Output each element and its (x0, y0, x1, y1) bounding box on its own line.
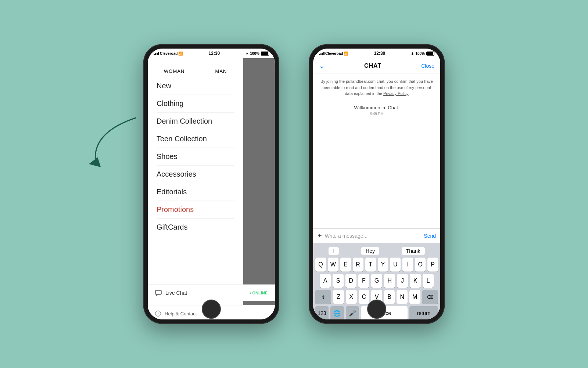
back-button[interactable]: ⌄ (319, 62, 325, 70)
chat-disclaimer: By joining the pullandbear.com chat, you… (313, 74, 440, 101)
message-input[interactable]: Write a message... (325, 233, 421, 239)
close-button[interactable]: Close (421, 63, 434, 69)
key-123[interactable]: 123 (315, 306, 329, 319)
key-x[interactable]: X (346, 290, 357, 304)
phone2-carrier: Cleveroad (325, 52, 343, 56)
phone1-screen-container: Cleveroad 📶 12:30 ∗ 100% (148, 49, 275, 319)
key-g[interactable]: G (371, 274, 382, 288)
key-backspace[interactable]: ⌫ (422, 290, 438, 304)
key-z[interactable]: Z (333, 290, 344, 304)
phone2-device: Cleveroad 📶 12:30 ∗ 100% ⌄ CHAT (309, 44, 445, 324)
phone1-battery-icon (261, 52, 269, 56)
chat-header: ⌄ CHAT Close (313, 58, 440, 74)
phone2-home-button[interactable] (367, 300, 386, 319)
key-m[interactable]: M (409, 290, 420, 304)
key-n[interactable]: N (397, 290, 408, 304)
suggestion-i[interactable]: I (329, 247, 339, 255)
key-f[interactable]: F (358, 274, 369, 288)
menu-item-promotions[interactable]: Promotions (157, 201, 234, 219)
suggestion-thank[interactable]: Thank (402, 247, 425, 255)
live-chat-bar[interactable]: Live Chat • ONLINE (148, 284, 275, 301)
phone2-wifi-icon: 📶 (344, 52, 348, 56)
chat-input-area: + Write a message... Send (313, 228, 440, 243)
info-circle-icon: i (155, 311, 161, 316)
send-button[interactable]: Send (424, 233, 436, 239)
phone1-status-left: Cleveroad 📶 (154, 52, 183, 56)
key-b[interactable]: B (384, 290, 395, 304)
phone2-battery-pct: 100% (415, 52, 425, 56)
tab-man[interactable]: MAN (215, 68, 227, 74)
chat-messages: Willkommen im Chat. 6:49 PM (313, 101, 440, 229)
key-y[interactable]: Y (378, 258, 388, 272)
key-j[interactable]: J (397, 274, 408, 288)
menu-item-shoes[interactable]: Shoes (157, 148, 234, 166)
help-contact-label: Help & Contact (165, 311, 197, 316)
key-q[interactable]: Q (315, 258, 326, 272)
phone2-signal-bars (319, 52, 325, 55)
key-mic[interactable]: 🎤 (346, 306, 359, 319)
key-r[interactable]: R (353, 258, 363, 272)
chat-bubble-icon (155, 290, 162, 296)
phone1-battery-pct: 100% (250, 52, 259, 56)
key-d[interactable]: D (345, 274, 356, 288)
keyboard-row-1: Q W E R T Y U I O P (315, 258, 438, 272)
chat-title: CHAT (364, 63, 381, 69)
key-k[interactable]: K (410, 274, 421, 288)
key-a[interactable]: A (320, 274, 331, 288)
menu-item-teen[interactable]: Teen Collection (157, 130, 234, 148)
menu-item-denim[interactable]: Denim Collection (157, 113, 234, 130)
privacy-policy-link[interactable]: Privacy Policy (383, 91, 408, 96)
tab-woman[interactable]: WOMAN (164, 68, 184, 74)
phone1-status-right: ∗ 100% (245, 52, 269, 56)
key-i[interactable]: I (402, 258, 413, 272)
phone1-menu-panel: WOMAN MAN New Clothing Denim Collection … (148, 58, 243, 319)
phone2-battery-icon (426, 52, 434, 56)
phone1-nav-tabs: WOMAN MAN (157, 66, 234, 77)
phone1-home-button[interactable] (202, 300, 221, 319)
phone1-signal-bars (154, 52, 159, 55)
phone1-screen: WOMAN MAN New Clothing Denim Collection … (148, 58, 275, 319)
online-status-badge: • ONLINE (250, 291, 268, 295)
live-chat-left: Live Chat (155, 290, 187, 296)
phone1-bluetooth-icon: ∗ (245, 52, 248, 56)
message-timestamp: 6:49 PM (319, 112, 434, 116)
phone1-time: 12:30 (209, 51, 220, 56)
welcome-text: Willkommen im Chat. (319, 105, 434, 110)
phone1-device: Cleveroad 📶 12:30 ∗ 100% (143, 44, 279, 324)
key-globe[interactable]: 🌐 (330, 306, 344, 319)
phone2-time: 12:30 (374, 51, 386, 56)
svg-rect-2 (155, 290, 161, 294)
key-h[interactable]: H (384, 274, 395, 288)
key-o[interactable]: O (415, 258, 426, 272)
attachment-plus-icon[interactable]: + (318, 231, 322, 240)
key-p[interactable]: P (427, 258, 438, 272)
chat-welcome-message: Willkommen im Chat. (319, 105, 434, 110)
key-w[interactable]: W (328, 258, 338, 272)
key-c[interactable]: C (359, 290, 370, 304)
menu-item-clothing[interactable]: Clothing (157, 95, 234, 113)
live-chat-label: Live Chat (165, 290, 187, 296)
phone2-screen-container: Cleveroad 📶 12:30 ∗ 100% ⌄ CHAT (313, 49, 440, 319)
phone1-carrier: Cleveroad (160, 52, 178, 56)
key-l[interactable]: L (423, 274, 434, 288)
phone2-status-bar: Cleveroad 📶 12:30 ∗ 100% (313, 49, 440, 58)
key-u[interactable]: U (390, 258, 401, 272)
suggestion-hey[interactable]: Hey (361, 247, 379, 255)
phone2-status-right: ∗ 100% (411, 52, 434, 56)
key-shift[interactable]: ⇧ (315, 290, 331, 304)
key-return[interactable]: return (409, 306, 438, 319)
key-s[interactable]: S (333, 274, 344, 288)
menu-item-new[interactable]: New (157, 77, 234, 95)
phone2-status-left: Cleveroad 📶 (319, 52, 348, 56)
menu-item-accessories[interactable]: Accessories (157, 166, 234, 183)
phone1-wifi-icon: 📶 (178, 52, 183, 56)
key-t[interactable]: T (365, 258, 376, 272)
left-arrow-icon (85, 110, 143, 169)
menu-item-editorials[interactable]: Editorials (157, 183, 234, 201)
key-e[interactable]: E (340, 258, 351, 272)
phone2-screen: ⌄ CHAT Close By joining the pullandbear.… (313, 58, 440, 319)
phone1-status-bar: Cleveroad 📶 12:30 ∗ 100% (148, 49, 275, 58)
menu-item-giftcards[interactable]: GiftCards (157, 219, 234, 236)
keyboard-row-2: A S D F G H J K L (315, 274, 438, 288)
phones-container: Cleveroad 📶 12:30 ∗ 100% (143, 44, 445, 324)
